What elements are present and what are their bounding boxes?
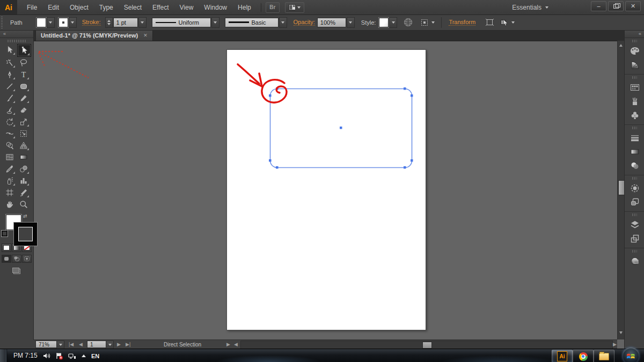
tab-close-icon[interactable]: ✕ bbox=[143, 33, 148, 38]
tool-blob-brush[interactable] bbox=[3, 104, 16, 116]
draw-inside-button[interactable] bbox=[22, 255, 32, 263]
panel-artboards[interactable] bbox=[625, 232, 644, 246]
panel-grip[interactable] bbox=[632, 213, 637, 216]
panel-color-guide[interactable] bbox=[625, 58, 644, 72]
vertical-scrollbar[interactable] bbox=[617, 41, 625, 339]
stroke-weight-field[interactable]: 1 pt bbox=[113, 18, 138, 27]
brush-definition-dropdown[interactable] bbox=[279, 17, 287, 28]
menu-window[interactable]: Window bbox=[199, 0, 232, 14]
fill-color-swatch[interactable] bbox=[36, 18, 46, 27]
panel-grip[interactable] bbox=[1, 17, 3, 28]
panel-navigator[interactable] bbox=[625, 254, 644, 268]
menu-view[interactable]: View bbox=[174, 0, 199, 14]
tool-hand[interactable] bbox=[3, 198, 16, 210]
scroll-left-icon[interactable]: ◀ bbox=[234, 342, 238, 347]
panel-gradient[interactable] bbox=[625, 145, 644, 159]
width-profile-dropdown[interactable] bbox=[211, 17, 219, 28]
panel-grip[interactable] bbox=[632, 76, 637, 79]
graphic-style-swatch[interactable] bbox=[379, 18, 389, 27]
stroke-weight-stepper[interactable] bbox=[105, 17, 113, 28]
network-icon[interactable] bbox=[68, 352, 76, 359]
menu-select[interactable]: Select bbox=[119, 0, 147, 14]
transform-panel-link[interactable]: Transform bbox=[449, 19, 475, 26]
tool-type[interactable]: T bbox=[17, 69, 30, 80]
tool-eyedropper[interactable] bbox=[3, 163, 16, 175]
stroke-panel-link[interactable]: Stroke: bbox=[82, 19, 101, 26]
tool-shape-builder[interactable] bbox=[3, 139, 16, 151]
tool-zoom[interactable] bbox=[17, 198, 30, 210]
horizontal-scrollbar[interactable] bbox=[240, 341, 613, 349]
tool-magic-wand[interactable] bbox=[3, 57, 16, 69]
width-profile-combo[interactable]: Uniform bbox=[152, 18, 211, 27]
tool-paintbrush[interactable] bbox=[3, 92, 16, 104]
isolate-selection-dropdown[interactable] bbox=[509, 18, 516, 27]
stroke-weight-dropdown[interactable] bbox=[138, 17, 147, 28]
taskbar-clock[interactable]: PM 7:15 bbox=[13, 352, 38, 359]
panel-layers[interactable] bbox=[625, 218, 644, 232]
swap-fill-stroke-icon[interactable]: ⇄ bbox=[23, 213, 27, 219]
panel-appearance[interactable] bbox=[625, 181, 644, 195]
tool-eraser[interactable] bbox=[17, 104, 30, 116]
change-screen-mode-button[interactable] bbox=[0, 267, 33, 275]
panel-transparency[interactable] bbox=[625, 159, 644, 173]
tool-column-graph[interactable] bbox=[17, 175, 30, 187]
show-hidden-icons-chevron[interactable] bbox=[81, 354, 86, 358]
horizontal-scroll-thumb[interactable] bbox=[422, 342, 432, 349]
document-tab[interactable]: Untitled-1* @ 71% (CMYK/Preview) ✕ bbox=[35, 29, 153, 41]
panel-symbols[interactable] bbox=[625, 108, 644, 122]
menu-object[interactable]: Object bbox=[64, 0, 94, 14]
tool-free-transform[interactable] bbox=[17, 128, 30, 139]
stroke-proxy[interactable] bbox=[14, 223, 37, 246]
menu-type[interactable]: Type bbox=[94, 0, 119, 14]
menu-file[interactable]: File bbox=[21, 0, 42, 14]
panel-graphic-styles[interactable] bbox=[625, 195, 644, 209]
close-button[interactable]: ✕ bbox=[625, 1, 641, 11]
select-similar-icon[interactable] bbox=[420, 18, 429, 27]
artboard[interactable] bbox=[226, 49, 426, 330]
tool-direct-selection[interactable] bbox=[17, 44, 31, 57]
tool-gradient[interactable] bbox=[17, 151, 30, 163]
stroke-color-dropdown[interactable] bbox=[69, 17, 77, 28]
panel-grip[interactable] bbox=[632, 40, 637, 42]
previous-artboard-button[interactable]: ◀ bbox=[79, 342, 83, 347]
tool-slice[interactable] bbox=[17, 187, 30, 198]
tool-artboard[interactable] bbox=[3, 187, 16, 198]
tool-rounded-rectangle[interactable] bbox=[17, 80, 30, 92]
panel-stroke[interactable] bbox=[625, 131, 644, 145]
tool-line-segment[interactable] bbox=[3, 80, 16, 92]
scroll-down-icon[interactable] bbox=[619, 331, 623, 334]
status-flyout-icon[interactable]: ▶ bbox=[226, 342, 230, 347]
arrange-documents-button[interactable] bbox=[285, 2, 304, 13]
tool-pen[interactable] bbox=[3, 69, 16, 80]
tool-lasso[interactable] bbox=[17, 57, 30, 69]
draw-normal-button[interactable] bbox=[2, 255, 11, 263]
align-to-pixel-grid-icon[interactable] bbox=[485, 18, 494, 26]
opacity-dropdown[interactable] bbox=[347, 17, 355, 28]
menu-help[interactable]: Help bbox=[232, 0, 257, 14]
select-similar-dropdown[interactable] bbox=[429, 18, 436, 27]
tools-collapse-button[interactable]: « bbox=[0, 30, 33, 38]
panel-grip[interactable] bbox=[632, 127, 637, 129]
panel-grip[interactable] bbox=[8, 40, 26, 42]
menu-effect[interactable]: Effect bbox=[147, 0, 174, 14]
restore-button[interactable] bbox=[608, 1, 624, 11]
show-desktop-button[interactable] bbox=[0, 349, 7, 362]
tool-blend[interactable] bbox=[17, 163, 30, 175]
workspace-switcher[interactable]: Essentials bbox=[512, 0, 548, 14]
brush-definition-combo[interactable]: Basic bbox=[225, 18, 279, 27]
menu-edit[interactable]: Edit bbox=[42, 0, 64, 14]
tool-mesh[interactable] bbox=[3, 151, 16, 163]
opacity-field[interactable]: 100% bbox=[317, 18, 346, 27]
canvas-pasteboard[interactable] bbox=[33, 41, 617, 339]
minimize-button[interactable]: – bbox=[591, 1, 606, 11]
taskbar-button-illustrator[interactable]: Ai bbox=[552, 350, 573, 362]
volume-icon[interactable] bbox=[43, 352, 50, 359]
tool-perspective-grid[interactable] bbox=[17, 139, 30, 151]
graphic-style-dropdown[interactable] bbox=[389, 17, 397, 28]
stroke-color-swatch[interactable] bbox=[58, 18, 68, 27]
document-setup-icon[interactable] bbox=[404, 18, 413, 27]
color-button[interactable] bbox=[2, 243, 11, 252]
zoom-level-dropdown[interactable] bbox=[56, 341, 64, 349]
tool-rotate[interactable] bbox=[3, 116, 16, 128]
start-button[interactable] bbox=[623, 348, 639, 362]
